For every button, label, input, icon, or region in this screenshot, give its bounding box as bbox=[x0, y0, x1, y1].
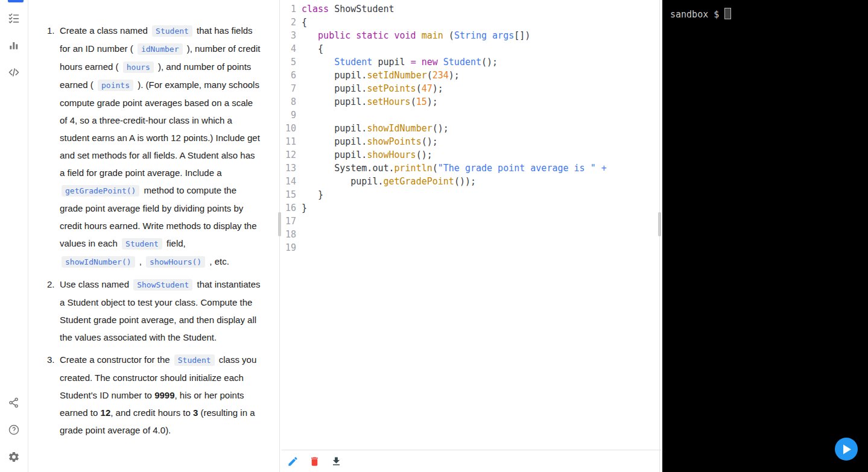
panel-splitter-left[interactable] bbox=[278, 0, 282, 472]
text-segment: , and credit hours to bbox=[110, 407, 193, 418]
editor-toolbar bbox=[282, 450, 662, 472]
bold-text: 12 bbox=[101, 407, 111, 418]
terminal-prompt: sandbox bbox=[670, 9, 708, 20]
text-segment: Create a constructor for the bbox=[60, 354, 173, 365]
splitter-handle[interactable] bbox=[278, 212, 281, 236]
line-number: 4 bbox=[282, 42, 296, 55]
code-line bbox=[302, 228, 662, 241]
code-line: System.out.println("The grade point aver… bbox=[302, 162, 662, 175]
code-editor[interactable]: 12345678910111213141516171819 class Show… bbox=[282, 0, 662, 450]
inline-code: getGradePoint() bbox=[62, 185, 139, 197]
line-number: 3 bbox=[282, 29, 296, 42]
delete-trash-icon[interactable] bbox=[309, 456, 320, 467]
instruction-item: 3.Create a constructor for the Student c… bbox=[47, 351, 262, 439]
left-icon-rail bbox=[0, 0, 28, 472]
line-number: 18 bbox=[282, 228, 296, 241]
code-line: class ShowStudent bbox=[302, 2, 662, 16]
line-number: 12 bbox=[282, 148, 296, 162]
instruction-item: 1.Create a class named Student that has … bbox=[47, 22, 262, 271]
code-line: pupil.setIdNumber(234); bbox=[302, 69, 662, 82]
code-icon[interactable] bbox=[8, 66, 20, 78]
edit-pencil-icon[interactable] bbox=[287, 456, 299, 467]
line-number: 16 bbox=[282, 201, 296, 215]
code-line: Student pupil = new Student(); bbox=[302, 55, 662, 69]
line-number-gutter: 12345678910111213141516171819 bbox=[282, 2, 296, 254]
line-number: 11 bbox=[282, 135, 296, 148]
settings-gear-icon[interactable] bbox=[8, 451, 20, 463]
instructions-panel: 1.Create a class named Student that has … bbox=[28, 0, 277, 472]
inline-code: Student bbox=[152, 25, 192, 37]
code-line bbox=[302, 109, 662, 122]
line-number: 17 bbox=[282, 215, 296, 228]
terminal-prompt-symbol: $ bbox=[714, 9, 719, 20]
text-segment: ). (For example, many schools compute gr… bbox=[60, 80, 260, 178]
inline-code: Student bbox=[122, 238, 162, 250]
list-number: 2. bbox=[47, 275, 60, 346]
code-line: pupil.showPoints(); bbox=[302, 135, 662, 148]
code-line: pupil.setPoints(47); bbox=[302, 82, 662, 95]
instruction-item: 2.Use class named ShowStudent that insta… bbox=[47, 275, 262, 346]
instructions-list: 1.Create a class named Student that has … bbox=[47, 22, 262, 439]
code-line: pupil.getGradePoint()); bbox=[302, 175, 662, 188]
line-number: 5 bbox=[282, 55, 296, 69]
code-line: { bbox=[302, 42, 662, 55]
text-segment: Use class named bbox=[60, 279, 131, 289]
instruction-text: Use class named ShowStudent that instant… bbox=[60, 275, 262, 346]
download-icon[interactable] bbox=[331, 456, 342, 467]
text-segment: field, bbox=[164, 238, 186, 248]
line-number: 2 bbox=[282, 16, 296, 29]
code-line: } bbox=[302, 188, 662, 201]
line-number: 15 bbox=[282, 188, 296, 201]
inline-code: points bbox=[98, 80, 133, 91]
line-number: 8 bbox=[282, 95, 296, 109]
code-line: pupil.showHours(); bbox=[302, 148, 662, 162]
line-number: 10 bbox=[282, 122, 296, 135]
inline-code: hours bbox=[123, 61, 154, 73]
text-segment: , etc. bbox=[207, 256, 229, 266]
terminal-cursor bbox=[724, 8, 731, 19]
list-number: 3. bbox=[47, 351, 60, 439]
inline-code: showIdNumber() bbox=[62, 256, 135, 268]
code-line: { bbox=[302, 16, 662, 29]
text-segment: Create a class named bbox=[60, 25, 150, 36]
code-line: pupil.setHours(15); bbox=[302, 95, 662, 109]
app-window: 1.Create a class named Student that has … bbox=[0, 0, 868, 472]
code-line bbox=[302, 215, 662, 228]
panel-splitter-right[interactable] bbox=[658, 0, 662, 472]
help-icon[interactable] bbox=[8, 424, 20, 436]
line-number: 9 bbox=[282, 109, 296, 122]
inline-code: idNumber bbox=[138, 43, 183, 55]
code-line: public static void main (String args[]) bbox=[302, 29, 662, 42]
inline-code: ShowStudent bbox=[133, 279, 192, 291]
line-number: 14 bbox=[282, 175, 296, 188]
code-line bbox=[302, 241, 662, 254]
line-number: 19 bbox=[282, 241, 296, 254]
logo-fragment bbox=[8, 0, 24, 2]
list-number: 1. bbox=[47, 22, 60, 271]
run-play-button[interactable] bbox=[835, 438, 858, 461]
guide-checklist-icon[interactable] bbox=[8, 12, 20, 24]
code-line: pupil.showIdNumber(); bbox=[302, 122, 662, 135]
line-number: 1 bbox=[282, 2, 296, 16]
line-number: 6 bbox=[282, 69, 296, 82]
text-segment: , bbox=[137, 256, 145, 266]
bold-text: 9999 bbox=[154, 390, 174, 400]
code-area[interactable]: class ShowStudent{ public static void ma… bbox=[302, 2, 662, 450]
instruction-text: Create a class named Student that has fi… bbox=[60, 22, 262, 271]
share-icon[interactable] bbox=[8, 397, 20, 409]
line-number: 13 bbox=[282, 162, 296, 175]
code-line: } bbox=[302, 201, 662, 215]
instruction-text: Create a constructor for the Student cla… bbox=[60, 351, 262, 439]
play-icon bbox=[843, 444, 852, 455]
line-number: 7 bbox=[282, 82, 296, 95]
bar-chart-icon[interactable] bbox=[8, 39, 20, 51]
inline-code: showHours() bbox=[146, 256, 205, 268]
splitter-handle[interactable] bbox=[658, 212, 661, 236]
inline-code: Student bbox=[174, 354, 215, 366]
terminal-panel[interactable]: sandbox$ bbox=[662, 0, 868, 472]
